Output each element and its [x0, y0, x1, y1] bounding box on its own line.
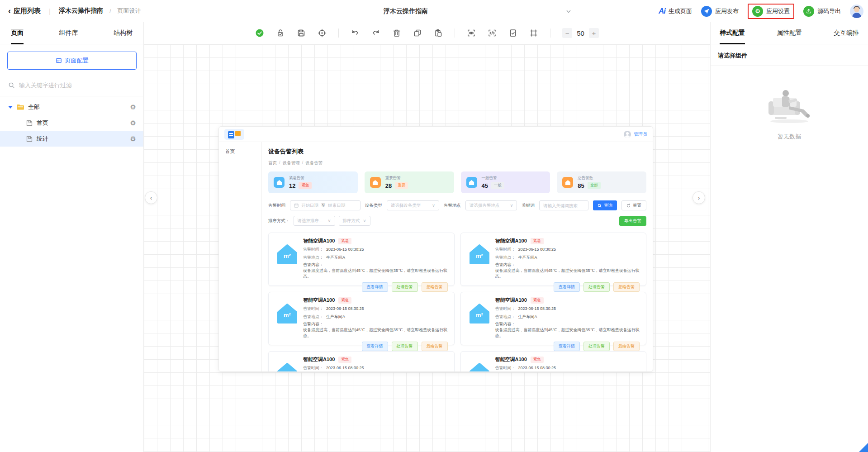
code-view-icon[interactable]	[488, 29, 497, 38]
left-sidebar: 页面 组件库 结构树 页面配置 全部 ⚙ 首页 ⚙	[0, 22, 144, 452]
alarm-card[interactable]: m² 智能空调A100 紧急 告警时间：2023-06-15 08:30:25 …	[268, 351, 455, 372]
page-check-icon[interactable]	[508, 29, 517, 38]
handle-alarm-button[interactable]: 处理告警	[583, 342, 610, 351]
handle-alarm-button[interactable]: 处理告警	[392, 342, 418, 351]
page-config-button[interactable]: 页面配置	[7, 52, 137, 70]
app-breadcrumb: 首页 / 设备管理 / 设备告警	[268, 160, 646, 166]
ignore-alarm-button[interactable]: 忽略告警	[613, 342, 640, 351]
tab-page[interactable]: 页面	[11, 22, 24, 44]
tab-style-config[interactable]: 样式配置	[720, 22, 745, 44]
chevron-down-icon[interactable]	[565, 0, 572, 22]
tree-row-statistics[interactable]: 统计 ⚙	[0, 131, 143, 147]
app-user-name: 管理员	[634, 131, 647, 138]
reset-button[interactable]: 重置	[621, 200, 646, 210]
urgent-badge: 紧急	[531, 297, 544, 304]
sort-order-select[interactable]: 排序方式 ∨	[339, 216, 370, 226]
menu-item-home[interactable]: 首页	[225, 148, 261, 155]
duplicate-icon[interactable]	[413, 29, 422, 38]
corner-triangle[interactable]	[859, 443, 868, 452]
back-chevron-icon: ‹	[8, 7, 11, 15]
toolbar-separator	[338, 29, 339, 38]
end-date-placeholder: 结束日期	[328, 203, 346, 209]
svg-text:m²: m²	[284, 252, 291, 259]
stat-card-total[interactable]: 总告警数 85 全部	[557, 171, 646, 193]
tree-row-all[interactable]: 全部 ⚙	[0, 99, 143, 115]
ignore-alarm-button[interactable]: 忽略告警	[422, 282, 448, 292]
stat-card-general[interactable]: 一般告警 45 一般	[461, 171, 550, 193]
app-preview[interactable]: 管理员 首页 设备告警列表 首页 / 设备管理 / 设备告警	[218, 126, 653, 372]
unlock-icon[interactable]	[276, 29, 285, 38]
house-m2-icon: m²	[277, 303, 298, 324]
gear-icon[interactable]: ⚙	[130, 135, 136, 142]
crumb-device-mgmt[interactable]: 设备管理	[283, 160, 300, 166]
user-avatar[interactable]	[850, 5, 863, 18]
artboard-frame-icon[interactable]	[529, 29, 538, 38]
keyword-label: 关键词	[522, 203, 535, 209]
page-icon	[26, 119, 33, 127]
breadcrumb-current: 页面设计	[118, 7, 141, 15]
zoom-controls: − 50 +	[562, 28, 599, 38]
back-to-app-list[interactable]: ‹ 应用列表	[8, 7, 41, 15]
gear-icon[interactable]: ⚙	[130, 104, 136, 110]
crumb-home[interactable]: 首页	[268, 160, 277, 166]
center-area: − 50 + ‹ › 管理员 首页 设备告	[144, 22, 710, 452]
alarm-content-label: 告警内容：	[495, 321, 640, 327]
stat-card-urgent[interactable]: 紧急告警 12 紧急	[268, 171, 358, 193]
canvas-right-arrow[interactable]: ›	[693, 191, 705, 204]
stat-card-important[interactable]: 重要告警 28 重要	[365, 171, 454, 193]
crosshair-icon[interactable]	[318, 29, 327, 38]
view-detail-button[interactable]: 查看详情	[362, 342, 388, 351]
search-input[interactable]	[19, 82, 135, 89]
view-detail-button[interactable]: 查看详情	[554, 282, 580, 292]
tree-row-home[interactable]: 首页 ⚙	[0, 115, 143, 131]
keyword-input[interactable]	[543, 203, 584, 208]
handle-alarm-button[interactable]: 处理告警	[583, 282, 610, 292]
alarm-card[interactable]: m² 智能空调A100 紧急 告警时间：2023-06-15 08:30:25 …	[460, 233, 647, 286]
alarm-card[interactable]: m² 智能空调A100 紧急 告警时间：2023-06-15 08:30:25 …	[460, 292, 647, 345]
generate-page-button[interactable]: Ai 生成页面	[659, 7, 692, 16]
query-button[interactable]: 查询	[593, 200, 617, 210]
empty-text: 暂无数据	[778, 133, 801, 141]
tab-property-config[interactable]: 属性配置	[777, 22, 802, 44]
handle-alarm-button[interactable]: 处理告警	[392, 282, 418, 292]
alarm-card[interactable]: m² 智能空调A100 紧急 告警时间：2023-06-15 08:30:25 …	[268, 292, 455, 345]
undo-icon[interactable]	[351, 29, 360, 38]
redo-icon[interactable]	[371, 29, 380, 38]
app-title-select[interactable]: 浮木云操作指南	[384, 0, 428, 22]
date-range-picker[interactable]: 开始日期 至 结束日期	[290, 200, 360, 210]
app-preview-menu: 首页	[219, 142, 262, 372]
app-publish-button[interactable]: 应用发布	[701, 6, 739, 17]
ignore-alarm-button[interactable]: 忽略告警	[422, 342, 448, 351]
alarm-location-select[interactable]: 请选择告警地点 ∨	[465, 200, 517, 210]
zoom-in-button[interactable]: +	[589, 28, 599, 38]
save-icon[interactable]	[297, 29, 306, 38]
caret-down-icon[interactable]	[8, 106, 13, 109]
app-name[interactable]: 浮木云操作指南	[59, 7, 103, 15]
canvas-left-arrow[interactable]: ‹	[145, 191, 157, 204]
paste-icon[interactable]	[434, 29, 443, 38]
alarm-time: 2023-06-15 08:30:25	[518, 366, 556, 370]
device-type-select[interactable]: 请选择设备类型 ∨	[387, 200, 439, 210]
tab-structure-tree[interactable]: 结构树	[114, 22, 133, 44]
preview-eye-icon[interactable]	[467, 29, 476, 38]
keyword-input-box	[539, 200, 588, 210]
tab-component-library[interactable]: 组件库	[59, 22, 78, 44]
export-alarm-button[interactable]: 导出告警	[619, 216, 646, 226]
alarm-content-label: 告警内容：	[303, 321, 448, 327]
sort-field-select[interactable]: 请选择排序... ∨	[294, 216, 335, 226]
app-settings-button[interactable]: ⚙ 应用设置	[752, 6, 790, 17]
tab-interaction[interactable]: 交互编排	[834, 22, 859, 44]
gear-icon[interactable]: ⚙	[130, 119, 136, 126]
validate-check-icon[interactable]	[255, 29, 264, 38]
alarm-card[interactable]: m² 智能空调A100 紧急 告警时间：2023-06-15 08:30:25 …	[460, 351, 647, 372]
view-detail-button[interactable]: 查看详情	[362, 282, 388, 292]
alarm-card[interactable]: m² 智能空调A100 紧急 告警时间：2023-06-15 08:30:25 …	[268, 233, 455, 286]
design-canvas[interactable]: ‹ › 管理员 首页 设备告警列表 首页	[144, 44, 710, 452]
app-user[interactable]: 管理员	[624, 131, 647, 138]
zoom-out-button[interactable]: −	[562, 28, 572, 38]
source-export-button[interactable]: 源码导出	[803, 6, 841, 17]
delete-icon[interactable]	[392, 29, 401, 38]
urgent-badge: 紧急	[338, 238, 351, 244]
view-detail-button[interactable]: 查看详情	[554, 342, 580, 351]
ignore-alarm-button[interactable]: 忽略告警	[613, 282, 640, 292]
